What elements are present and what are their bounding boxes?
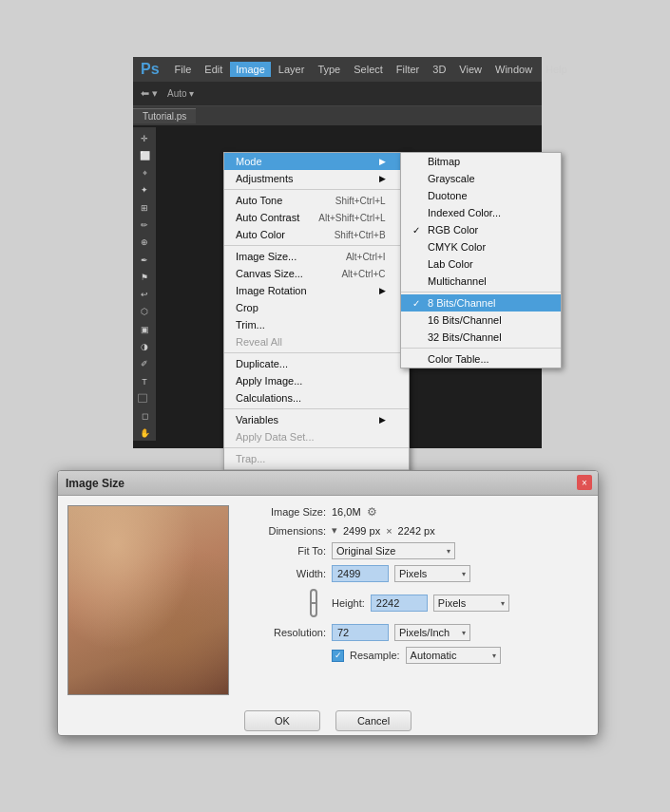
- image-size-label: Image Size:: [240, 506, 326, 518]
- menu-item-duplicate[interactable]: Duplicate...: [224, 355, 409, 372]
- brush-tool[interactable]: ✒: [136, 253, 153, 267]
- resolution-unit-arrow: ▾: [462, 629, 466, 637]
- menu-item-apply-image[interactable]: Apply Image...: [224, 372, 409, 389]
- sep-4: [224, 408, 409, 409]
- menu-item-auto-tone[interactable]: Auto Tone Shift+Ctrl+L: [224, 192, 409, 209]
- menu-file[interactable]: File: [169, 62, 198, 77]
- spot-heal-tool[interactable]: ⊕: [136, 236, 153, 250]
- height-input[interactable]: [371, 595, 428, 612]
- mode-lab-color[interactable]: Lab Color: [401, 255, 561, 273]
- mode-bitmap[interactable]: Bitmap: [401, 153, 561, 170]
- mode-16bit[interactable]: 16 Bits/Channel: [401, 312, 561, 329]
- resample-row: ✓ Resample: Automatic ▾: [240, 647, 588, 664]
- menu-item-image-size[interactable]: Image Size... Alt+Ctrl+I: [224, 248, 409, 265]
- menu-select[interactable]: Select: [348, 62, 389, 77]
- type-tool[interactable]: T: [136, 374, 153, 388]
- stamp-tool[interactable]: ⚑: [136, 270, 153, 284]
- mode-rgb-color[interactable]: ✓ RGB Color: [401, 221, 561, 238]
- menu-item-mode[interactable]: Mode ▶: [224, 153, 409, 170]
- menu-help[interactable]: Help: [540, 62, 573, 77]
- mode-indexed-color[interactable]: Indexed Color...: [401, 204, 561, 221]
- mode-multichannel[interactable]: Multichannel: [401, 273, 561, 290]
- menu-item-crop[interactable]: Crop: [224, 299, 409, 316]
- resample-label: Resample:: [350, 650, 400, 661]
- rotation-arrow: ▶: [379, 286, 386, 295]
- menu-item-auto-contrast[interactable]: Auto Contrast Alt+Shift+Ctrl+L: [224, 209, 409, 226]
- dialog-fields: Image Size: 16,0M ⚙ Dimensions: ▾ 2499 p…: [240, 505, 588, 695]
- eyedropper-tool[interactable]: ✏: [136, 217, 153, 232]
- mode-cmyk-color[interactable]: CMYK Color: [401, 238, 561, 255]
- mode-sep-1: [401, 292, 561, 293]
- dialog-body: Image Size: 16,0M ⚙ Dimensions: ▾ 2499 p…: [58, 496, 598, 705]
- menu-item-trap[interactable]: Trap...: [224, 450, 409, 467]
- height-unit-select[interactable]: Pixels ▾: [433, 595, 509, 612]
- mode-duotone[interactable]: Duotone: [401, 187, 561, 204]
- fit-to-arrow: ▾: [447, 547, 450, 556]
- width-row: Width: Pixels ▾: [240, 565, 588, 582]
- menu-edit[interactable]: Edit: [199, 62, 228, 77]
- resolution-unit-select[interactable]: Pixels/Inch ▾: [394, 624, 470, 641]
- width-unit-select[interactable]: Pixels ▾: [394, 565, 470, 582]
- dropdown-container: Mode ▶ Adjustments ▶ Auto Tone Shift+Ctr…: [223, 152, 410, 490]
- menu-item-canvas-size[interactable]: Canvas Size... Alt+Ctrl+C: [224, 265, 409, 282]
- menu-layer[interactable]: Layer: [273, 62, 311, 77]
- dialog-close-button[interactable]: ×: [577, 475, 592, 490]
- fit-to-select[interactable]: Original Size ▾: [332, 542, 455, 559]
- resample-select[interactable]: Automatic ▾: [406, 647, 501, 664]
- preview-image: [68, 506, 228, 694]
- dim-arrow[interactable]: ▾: [332, 524, 337, 537]
- path-tool[interactable]: ⃞: [136, 391, 153, 406]
- mode-sep-2: [401, 348, 561, 349]
- gradient-tool[interactable]: ▣: [136, 322, 153, 336]
- sep-2: [224, 245, 409, 246]
- menu-item-image-rotation[interactable]: Image Rotation ▶: [224, 282, 409, 299]
- mode-arrow: ▶: [379, 157, 386, 166]
- menu-view[interactable]: View: [453, 62, 488, 77]
- resample-checkbox[interactable]: ✓: [332, 650, 344, 662]
- dimensions-row: Dimensions: ▾ 2499 px × 2242 px: [240, 524, 588, 537]
- sep-1: [224, 189, 409, 190]
- eraser-tool[interactable]: ⬡: [136, 305, 153, 319]
- crop-tool[interactable]: ⊞: [136, 200, 153, 215]
- mode-grayscale[interactable]: Grayscale: [401, 170, 561, 187]
- width-input[interactable]: [332, 565, 389, 582]
- pen-tool[interactable]: ✐: [136, 357, 153, 371]
- menu-item-calculations[interactable]: Calculations...: [224, 389, 409, 406]
- document-area: Tutorial.ps ✛ ⬜ ⌖ ✦ ⊞ ✏ ⊕ ✒ ⚑ ↩ ⬡ ▣ ◑ ✐ …: [133, 106, 542, 448]
- dodge-tool[interactable]: ◑: [136, 339, 153, 353]
- menu-3d[interactable]: 3D: [427, 62, 451, 77]
- hand-tool[interactable]: ✋: [136, 426, 153, 441]
- wand-tool[interactable]: ✦: [136, 183, 153, 198]
- ok-button[interactable]: OK: [244, 710, 320, 731]
- gear-icon[interactable]: ⚙: [367, 505, 377, 519]
- menu-type[interactable]: Type: [312, 62, 346, 77]
- document-tab[interactable]: Tutorial.ps: [133, 108, 196, 123]
- menu-image[interactable]: Image: [230, 62, 271, 77]
- shape-tool[interactable]: ◻: [136, 409, 153, 424]
- mode-color-table[interactable]: Color Table...: [401, 350, 561, 368]
- sep-3: [224, 352, 409, 353]
- preview-thumbnail: [67, 505, 229, 695]
- move-tool[interactable]: ✛: [136, 131, 153, 145]
- select-tool[interactable]: ⬜: [136, 148, 153, 162]
- menu-item-reveal-all[interactable]: Reveal All: [224, 333, 409, 350]
- menu-filter[interactable]: Filter: [391, 62, 425, 77]
- width-unit-arrow: ▾: [462, 570, 466, 578]
- dim-height: 2242 px: [398, 525, 435, 537]
- menu-window[interactable]: Window: [489, 62, 538, 77]
- resolution-input[interactable]: [332, 624, 389, 641]
- cancel-button[interactable]: Cancel: [335, 710, 412, 731]
- mode-submenu: Bitmap Grayscale Duotone Indexed Color..…: [400, 152, 562, 368]
- menu-item-adjustments[interactable]: Adjustments ▶: [224, 170, 409, 187]
- mode-32bit[interactable]: 32 Bits/Channel: [401, 329, 561, 346]
- image-size-value: 16,0M: [332, 506, 361, 518]
- history-tool[interactable]: ↩: [136, 288, 153, 302]
- menu-item-variables[interactable]: Variables ▶: [224, 411, 409, 428]
- menu-item-apply-data-set[interactable]: Apply Data Set...: [224, 428, 409, 445]
- lasso-tool[interactable]: ⌖: [136, 166, 153, 180]
- mode-8bit[interactable]: ✓ 8 Bits/Channel: [401, 294, 561, 312]
- menu-item-auto-color[interactable]: Auto Color Shift+Ctrl+B: [224, 226, 409, 243]
- height-label: Height:: [332, 597, 365, 609]
- dim-width: 2499 px: [343, 525, 380, 537]
- menu-item-trim[interactable]: Trim...: [224, 316, 409, 333]
